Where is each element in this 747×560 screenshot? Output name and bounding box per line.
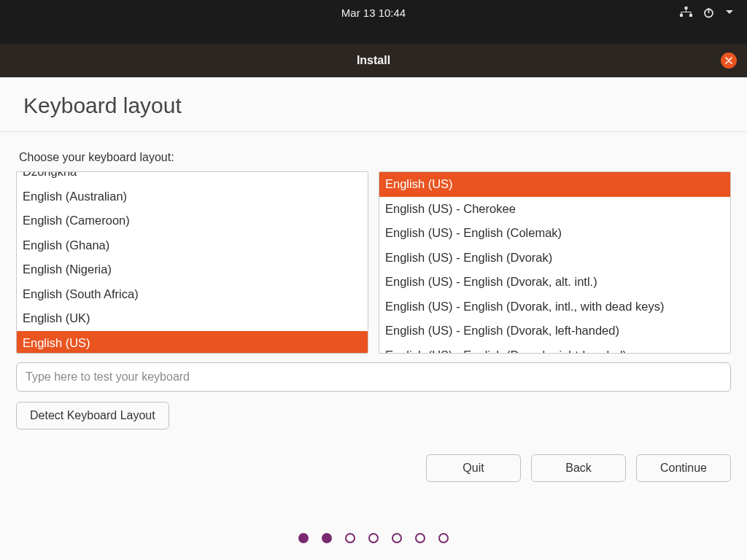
content-area: Keyboard layout Choose your keyboard lay… <box>0 93 747 543</box>
desktop-background-strip <box>0 25 747 44</box>
progress-dot <box>415 533 425 543</box>
layout-listbox[interactable]: DzongkhaEnglish (Australian)English (Cam… <box>16 171 368 354</box>
progress-dot <box>345 533 355 543</box>
layout-option[interactable]: English (UK) <box>17 306 368 331</box>
svg-rect-1 <box>680 14 683 17</box>
layout-option[interactable]: English (Ghana) <box>17 233 368 258</box>
system-topbar: Mar 13 10:44 <box>0 0 747 25</box>
continue-button[interactable]: Continue <box>636 454 731 482</box>
variant-option[interactable]: English (US) - English (Dvorak, intl., w… <box>379 295 730 319</box>
layout-option[interactable]: English (Cameroon) <box>17 209 368 233</box>
quit-button[interactable]: Quit <box>426 454 521 482</box>
variant-option[interactable]: English (US) - English (Dvorak) <box>379 246 730 271</box>
svg-rect-5 <box>681 12 682 14</box>
progress-dot <box>298 533 309 543</box>
variant-option[interactable]: English (US) - English (Colemak) <box>379 221 730 246</box>
nav-button-row: Quit Back Continue <box>0 429 747 482</box>
svg-rect-2 <box>689 14 692 17</box>
progress-dot <box>322 533 332 543</box>
progress-dot <box>368 533 379 543</box>
variant-option[interactable]: English (US) <box>379 172 730 197</box>
close-button[interactable] <box>721 52 737 69</box>
close-icon <box>725 57 732 64</box>
layout-option[interactable]: English (Australian) <box>17 184 368 209</box>
power-icon[interactable] <box>703 7 715 19</box>
variant-option[interactable]: English (US) - Cherokee <box>379 197 730 222</box>
layout-option[interactable]: English (US) <box>17 331 368 354</box>
svg-rect-4 <box>681 12 692 12</box>
divider <box>0 131 747 132</box>
svg-rect-0 <box>685 7 688 9</box>
variant-listbox[interactable]: English (US)English (US) - CherokeeEngli… <box>379 171 731 354</box>
layout-option[interactable]: Dzongkha <box>17 171 368 184</box>
detect-keyboard-button[interactable]: Detect Keyboard Layout <box>16 402 169 429</box>
window-title: Install <box>357 54 390 67</box>
page-title: Keyboard layout <box>23 93 747 118</box>
window-titlebar: Install <box>0 44 747 77</box>
variant-option[interactable]: English (US) - English (Dvorak, alt. int… <box>379 270 730 295</box>
progress-dot <box>438 533 449 543</box>
progress-dot <box>392 533 402 543</box>
layout-option[interactable]: English (Nigeria) <box>17 257 368 282</box>
keyboard-lists: DzongkhaEnglish (Australian)English (Cam… <box>0 171 747 354</box>
variant-option[interactable]: English (US) - English (Dvorak, right-ha… <box>379 343 730 354</box>
chevron-down-icon[interactable] <box>725 8 734 17</box>
variant-option[interactable]: English (US) - English (Dvorak, left-han… <box>379 319 730 343</box>
topbar-status-area[interactable] <box>680 7 734 19</box>
keyboard-test-input[interactable] <box>16 362 731 392</box>
installer-window: Install Keyboard layout Choose your keyb… <box>0 44 747 543</box>
svg-rect-6 <box>691 12 692 14</box>
layout-prompt: Choose your keyboard layout: <box>19 151 747 164</box>
progress-dots <box>0 533 747 543</box>
clock: Mar 13 10:44 <box>341 7 406 19</box>
network-icon[interactable] <box>680 7 692 19</box>
layout-option[interactable]: English (South Africa) <box>17 282 368 307</box>
back-button[interactable]: Back <box>531 454 626 482</box>
